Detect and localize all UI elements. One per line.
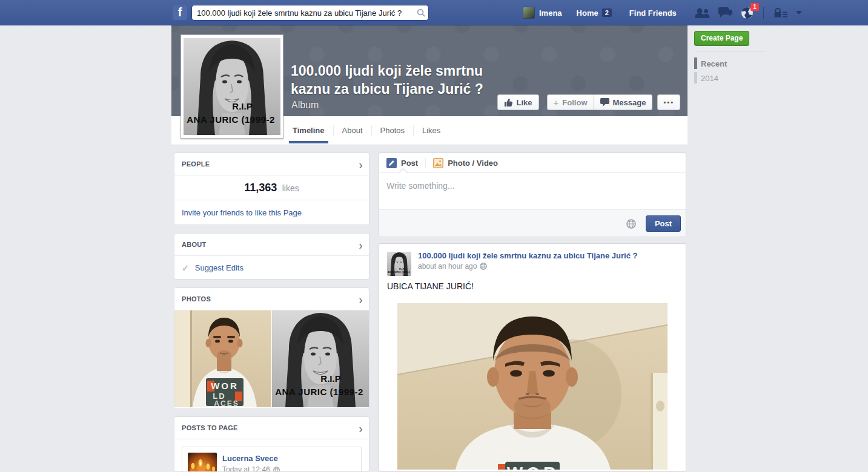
pencil-icon [386, 158, 397, 168]
composer-post-label: Post [401, 159, 418, 168]
composer-input[interactable]: Write something... [379, 173, 686, 209]
photo-thumbnail-girl[interactable] [272, 310, 369, 407]
search-icon[interactable] [417, 8, 425, 17]
post-author-avatar[interactable] [387, 252, 411, 276]
visitor-post-timestamp[interactable]: Today at 12:46 [222, 465, 280, 472]
post-submit-button[interactable]: Post [646, 215, 681, 232]
visitor-name-link[interactable]: Lucerna Svece [222, 454, 278, 463]
check-icon: ✓ [182, 263, 189, 273]
follow-button[interactable]: + Follow [547, 94, 594, 110]
timeline-scrubber-year[interactable] [694, 72, 697, 84]
photo-icon [433, 158, 443, 168]
invite-row: Invite your friends to like this Page [174, 200, 369, 225]
like-button[interactable]: Like [497, 94, 539, 110]
home-link[interactable]: Home2 [577, 8, 612, 18]
timeline-scrubber-recent[interactable] [694, 57, 697, 69]
visitor-post-time-label: Today at 12:46 [222, 465, 270, 472]
recent-link[interactable]: Recent [701, 59, 727, 68]
page-title: 100.000 ljudi koji žele smrtnu kaznu za … [291, 62, 483, 98]
rail-divider [695, 51, 765, 51]
invite-friends-link[interactable]: Invite your friends to like this Page [182, 208, 302, 217]
home-badge: 2 [602, 8, 612, 17]
search-input[interactable] [191, 5, 429, 21]
chevron-right-icon: › [359, 234, 362, 256]
post-time-label: about an hour ago [418, 262, 477, 270]
follow-label: Follow [562, 98, 587, 107]
post-composer: Post Photo / Video Write something... Po… [379, 152, 686, 237]
composer-tab-photo-video[interactable]: Photo / Video [426, 153, 505, 172]
photos-header-label: PHOTOS [182, 295, 211, 303]
privacy-selector-icon[interactable] [626, 219, 636, 229]
notifications-icon[interactable]: 1 [741, 7, 754, 19]
posts-to-page-header-label: POSTS TO PAGE [182, 424, 238, 431]
photos-box-header[interactable]: PHOTOS › [174, 288, 369, 310]
top-navbar: f Imena Home2 Find Friends [0, 0, 868, 25]
post-text: UBICA TIJANE JURIĆ! [379, 278, 686, 297]
tab-photos[interactable]: Photos [372, 116, 413, 145]
privacy-shortcuts-icon[interactable] [774, 8, 787, 18]
about-box: ABOUT › ✓ Suggest Edits [174, 233, 369, 280]
message-button[interactable]: Message [594, 94, 653, 110]
about-box-header[interactable]: ABOUT › [174, 234, 369, 256]
home-label: Home [577, 8, 598, 18]
post-photo[interactable] [397, 303, 668, 470]
people-box-header[interactable]: PEOPLE › [174, 153, 369, 175]
account-menu-icon[interactable] [796, 11, 802, 15]
page-subtitle: Album [291, 100, 319, 111]
page-visitor-post: Lucerna Svece Today at 12:46 [182, 447, 362, 472]
suggest-edits-row: ✓ Suggest Edits [174, 256, 369, 280]
year-2014-link[interactable]: 2014 [701, 74, 718, 83]
posts-to-page-box: POSTS TO PAGE › Lucerna Svece Today at 1… [174, 416, 369, 472]
composer-tabs: Post Photo / Video [379, 153, 686, 173]
post-timestamp[interactable]: about an hour ago [418, 262, 678, 270]
follow-message-group: + Follow Message [547, 94, 653, 110]
photos-box: PHOTOS › [174, 287, 369, 409]
composer-footer: Post [379, 209, 686, 237]
tab-likes[interactable]: Likes [414, 116, 449, 145]
like-label: Like [517, 98, 532, 107]
likes-count: 11,363 [244, 182, 277, 194]
post-header-text: 100.000 ljudi koji žele smrtnu kaznu za … [418, 251, 678, 270]
notification-badge: 1 [750, 3, 759, 11]
photo-thumbnail-man[interactable] [174, 310, 271, 407]
profile-link[interactable]: Imena [539, 8, 562, 18]
likes-count-row: 11,363 likes [174, 175, 369, 200]
tab-timeline[interactable]: Timeline [284, 116, 333, 145]
composer-tab-post[interactable]: Post [379, 153, 425, 172]
chevron-right-icon: › [359, 153, 362, 175]
post-header: 100.000 ljudi koji žele smrtnu kaznu za … [379, 244, 686, 278]
chevron-right-icon: › [359, 288, 362, 310]
find-friends-link[interactable]: Find Friends [629, 8, 677, 18]
privacy-globe-icon [480, 263, 487, 270]
facebook-logo-icon[interactable]: f [173, 5, 187, 20]
privacy-globe-icon [273, 467, 280, 472]
tab-about[interactable]: About [334, 116, 371, 145]
about-header-label: ABOUT [182, 241, 207, 248]
navbar-right: Imena Home2 Find Friends [523, 0, 806, 25]
facebook-page: f Imena Home2 Find Friends [0, 0, 868, 472]
feed-post: 100.000 ljudi koji žele smrtnu kaznu za … [379, 243, 686, 472]
likes-word: likes [282, 183, 299, 193]
navbar-divider [763, 7, 764, 19]
message-bubble-icon [600, 98, 609, 107]
people-header-label: PEOPLE [182, 160, 210, 168]
chevron-right-icon: › [359, 417, 362, 439]
visitor-avatar[interactable] [188, 453, 217, 472]
messages-icon[interactable] [718, 7, 732, 18]
more-actions-button[interactable]: ••• [657, 94, 680, 110]
suggest-edits-link[interactable]: Suggest Edits [195, 263, 244, 272]
thumbs-up-icon [504, 98, 513, 107]
plus-icon: + [554, 97, 559, 108]
profile-picture[interactable] [181, 34, 283, 139]
posts-to-page-header[interactable]: POSTS TO PAGE › [174, 417, 369, 439]
photo-grid [174, 310, 369, 410]
posts-to-page-body: Lucerna Svece Today at 12:46 [174, 439, 369, 472]
search-bar [191, 5, 429, 21]
create-page-button[interactable]: Create Page [694, 31, 749, 46]
user-avatar[interactable] [523, 7, 535, 19]
post-author-link[interactable]: 100.000 ljudi koji žele smrtnu kaznu za … [418, 251, 678, 260]
message-label: Message [613, 98, 646, 107]
page-action-buttons: Like + Follow Message ••• [497, 94, 680, 110]
friend-requests-icon[interactable] [694, 8, 710, 18]
people-box: PEOPLE › 11,363 likes Invite your friend… [174, 152, 369, 225]
